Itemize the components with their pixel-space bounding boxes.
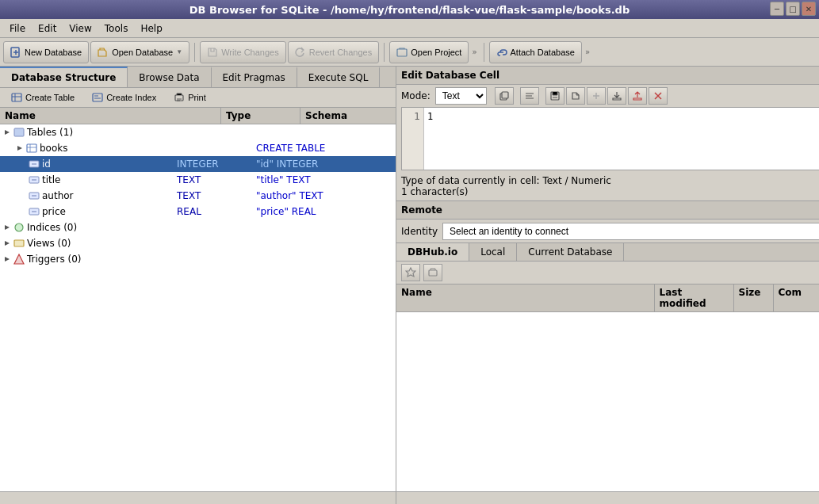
tree-body: Tables (1) books CREATE TABLE id bbox=[0, 124, 396, 491]
print-label: Print bbox=[188, 93, 206, 102]
toolbar-more-1[interactable]: » bbox=[470, 48, 478, 56]
create-table-button[interactable]: Create Table bbox=[5, 90, 81, 105]
open-project-button[interactable]: Open Project bbox=[389, 41, 469, 63]
cell-content[interactable]: 1 bbox=[424, 108, 819, 170]
tab-execute-sql[interactable]: Execute SQL bbox=[297, 67, 381, 87]
remote-tool-2[interactable] bbox=[423, 264, 442, 281]
list-item[interactable]: books CREATE TABLE bbox=[0, 140, 396, 156]
list-item[interactable]: id INTEGER "id" INTEGER bbox=[0, 156, 396, 172]
expand-right-icon bbox=[3, 239, 11, 247]
delete-icon bbox=[653, 91, 663, 101]
menu-edit[interactable]: Edit bbox=[32, 21, 63, 36]
print-icon bbox=[174, 92, 185, 103]
edit-cell-title: Edit Database Cell bbox=[401, 70, 499, 81]
menu-file[interactable]: File bbox=[3, 21, 32, 36]
tab-browse-data[interactable]: Browse Data bbox=[128, 67, 211, 87]
list-item[interactable]: author TEXT "author" TEXT bbox=[0, 188, 396, 204]
window-title: DB Browser for SQLite - /home/hy/fronten… bbox=[189, 4, 630, 16]
tree-col-type-header: Type bbox=[221, 108, 300, 124]
svg-rect-4 bbox=[175, 95, 183, 101]
remote-header: Remote ⊞ ✕ bbox=[396, 201, 819, 220]
rtcol-size-header: Size bbox=[734, 284, 774, 311]
tab-edit-pragmas[interactable]: Edit Pragmas bbox=[212, 67, 297, 87]
remote-tab-local[interactable]: Local bbox=[469, 243, 517, 261]
menu-tools[interactable]: Tools bbox=[98, 21, 135, 36]
title-bar: DB Browser for SQLite - /home/hy/fronten… bbox=[0, 0, 819, 19]
list-item[interactable]: Views (0) bbox=[0, 235, 396, 251]
cell-tool-null[interactable] bbox=[587, 87, 606, 105]
cell-tool-upload2[interactable] bbox=[628, 87, 647, 105]
write-icon bbox=[207, 47, 218, 58]
right-panel: Edit Database Cell ⊞ ✕ Mode: Text Binary… bbox=[396, 67, 819, 504]
toolbar-more-2[interactable]: » bbox=[584, 48, 591, 56]
minimize-button[interactable]: ─ bbox=[770, 2, 784, 16]
remote-toolbar bbox=[396, 262, 819, 284]
attach-database-button[interactable]: Attach Database bbox=[489, 41, 582, 63]
tree-col-schema-header: Schema bbox=[300, 108, 396, 124]
left-hscroll[interactable] bbox=[0, 491, 396, 504]
remote-tabs: DBHub.io Local Current Database bbox=[396, 243, 819, 262]
list-item[interactable]: Triggers (0) bbox=[0, 251, 396, 267]
cell-tool-align[interactable] bbox=[520, 87, 539, 105]
list-item[interactable]: price REAL "price" REAL bbox=[0, 204, 396, 220]
cell-tool-delete[interactable] bbox=[649, 87, 668, 105]
left-tab-bar: Database Structure Browse Data Edit Prag… bbox=[0, 67, 396, 88]
close-button[interactable]: ✕ bbox=[802, 2, 816, 16]
triggers-icon bbox=[13, 254, 25, 265]
identity-select[interactable]: Select an identity to connect bbox=[442, 223, 819, 240]
svg-rect-6 bbox=[27, 144, 36, 152]
open-database-button[interactable]: Open Database ▼ bbox=[90, 41, 189, 63]
table-group-icon bbox=[13, 127, 25, 138]
cell-tool-load[interactable] bbox=[566, 87, 585, 105]
revert-icon bbox=[295, 47, 306, 58]
mode-select[interactable]: Text Binary Null bbox=[435, 87, 487, 105]
toolbar-sep-3 bbox=[484, 43, 484, 62]
new-database-label: New Database bbox=[25, 48, 82, 57]
remote-tool-1[interactable] bbox=[401, 264, 420, 281]
print-button[interactable]: Print bbox=[167, 90, 212, 105]
remote-tool-icon-1 bbox=[405, 267, 416, 278]
remote-tab-current-database[interactable]: Current Database bbox=[517, 243, 624, 261]
remote-tool-icon-2 bbox=[427, 267, 438, 278]
svg-rect-17 bbox=[429, 270, 437, 276]
remote-tab-dbhubio[interactable]: DBHub.io bbox=[396, 243, 469, 261]
menu-view[interactable]: View bbox=[63, 21, 98, 36]
open-db-icon bbox=[98, 47, 109, 58]
create-index-button[interactable]: Create Index bbox=[86, 90, 163, 105]
maximize-button[interactable]: □ bbox=[786, 2, 800, 16]
open-database-label: Open Database bbox=[112, 48, 173, 57]
window-controls[interactable]: ─ □ ✕ bbox=[770, 2, 816, 16]
svg-rect-12 bbox=[14, 240, 24, 246]
create-index-label: Create Index bbox=[106, 93, 156, 102]
list-item[interactable]: Tables (1) bbox=[0, 124, 396, 140]
cell-tool-copy[interactable] bbox=[495, 87, 514, 105]
left-sub-toolbar: Create Table Create Index Print bbox=[0, 88, 396, 108]
list-item[interactable]: title TEXT "title" TEXT bbox=[0, 172, 396, 188]
svg-rect-3 bbox=[93, 94, 102, 101]
new-database-button[interactable]: New Database bbox=[3, 41, 89, 63]
rtcol-name-header: Name bbox=[396, 284, 655, 311]
cell-tool-download[interactable] bbox=[607, 87, 626, 105]
cell-char-count: 1 character(s) bbox=[401, 186, 611, 197]
tab-database-structure[interactable]: Database Structure bbox=[0, 67, 128, 87]
revert-changes-label: Revert Changes bbox=[309, 48, 373, 57]
svg-point-11 bbox=[15, 223, 23, 231]
menu-help[interactable]: Help bbox=[134, 21, 168, 36]
remote-body bbox=[396, 312, 819, 491]
revert-changes-button[interactable]: Revert Changes bbox=[288, 41, 380, 63]
field-icon bbox=[29, 174, 40, 185]
rtcol-modified-header: Last modified bbox=[655, 284, 734, 311]
project-icon bbox=[396, 47, 408, 58]
open-database-expand[interactable]: ▼ bbox=[176, 48, 182, 55]
write-changes-button[interactable]: Write Changes bbox=[200, 41, 286, 63]
mode-row: Mode: Text Binary Null bbox=[396, 85, 819, 107]
identity-row: Identity Select an identity to connect U… bbox=[396, 220, 819, 243]
svg-rect-5 bbox=[14, 128, 24, 136]
cell-tool-save[interactable] bbox=[545, 87, 564, 105]
remote-hscroll[interactable] bbox=[396, 491, 819, 504]
list-item[interactable]: Indices (0) bbox=[0, 220, 396, 235]
cell-status: Type of data currently in cell: Text / N… bbox=[396, 174, 819, 200]
edit-cell-panel: Edit Database Cell ⊞ ✕ Mode: Text Binary… bbox=[396, 67, 819, 201]
indices-icon bbox=[13, 222, 25, 233]
null-icon bbox=[591, 91, 601, 101]
